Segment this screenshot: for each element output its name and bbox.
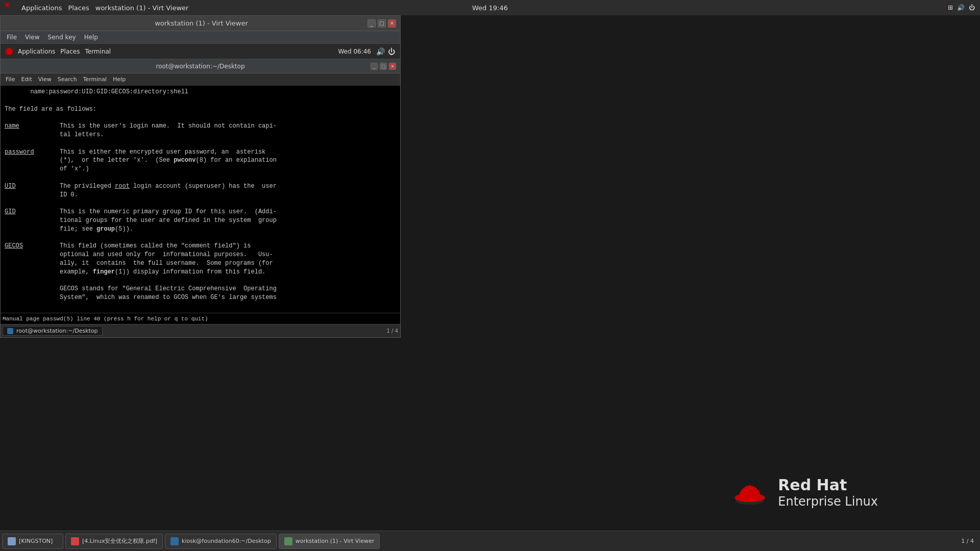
virt-maximize-button[interactable]: □	[378, 19, 386, 28]
kingston-icon	[8, 537, 16, 545]
virt-minimize-button[interactable]: _	[368, 19, 376, 28]
redhat-dot-icon	[6, 48, 13, 55]
virt-menu-file[interactable]: File	[3, 33, 21, 42]
term-menu-view[interactable]: View	[35, 75, 55, 84]
term-close-button[interactable]: ✕	[389, 63, 396, 70]
manual-page-status: Manual page passwd(5) line 40 (press h f…	[3, 316, 208, 322]
taskbar-item-kiosk[interactable]: kiosk@foundation60:~/Desktop	[165, 534, 277, 549]
system-window-title: workstation (1) - Virt Viewer	[95, 4, 189, 12]
terminal-tabbar: root@workstation:~/Desktop 1 / 4	[1, 324, 400, 337]
pdf-icon	[71, 537, 79, 545]
term-maximize-button[interactable]: □	[380, 63, 387, 70]
svg-point-0	[6, 3, 9, 6]
inner-gnome-topbar: Applications Places Terminal Wed 06:46 🔊…	[1, 44, 400, 59]
virt-task-icon	[284, 537, 292, 545]
redhat-logo: Red Hat Enterprise Linux	[732, 474, 878, 510]
inner-places-label[interactable]: Places	[60, 48, 80, 55]
kingston-label: [KINGSTON]	[19, 538, 53, 544]
virt-viewer-window: workstation (1) - Virt Viewer _ □ ✕ File…	[0, 15, 401, 338]
virt-menu-help[interactable]: Help	[80, 33, 102, 42]
taskbar-item-pdf[interactable]: [4.Linux安全优化之权限.pdf]	[65, 534, 163, 549]
system-clock: Wed 19:46	[472, 4, 508, 12]
tab-terminal-icon	[7, 328, 13, 334]
term-menu-edit[interactable]: Edit	[18, 75, 35, 84]
inner-terminal-label[interactable]: Terminal	[85, 48, 111, 55]
kiosk-terminal-icon	[170, 537, 179, 545]
inner-sound-icon[interactable]: 🔊	[376, 47, 385, 56]
system-places-label[interactable]: Places	[68, 4, 89, 12]
tray-power[interactable]: ⏻	[969, 4, 975, 11]
taskbar: [KINGSTON] [4.Linux安全优化之权限.pdf] kiosk@fo…	[0, 531, 980, 551]
term-menu-search[interactable]: Search	[55, 75, 80, 84]
redhat-line2: Enterprise Linux	[778, 494, 878, 509]
taskbar-right-info: 1 / 4	[961, 538, 974, 544]
tray-network[interactable]: ⊞	[948, 4, 953, 11]
kiosk-label: kiosk@foundation60:~/Desktop	[182, 538, 271, 544]
inner-clock: Wed 06:46	[338, 48, 371, 55]
virt-viewer-menubar: File View Send key Help	[1, 31, 400, 44]
virt-viewer-title: workstation (1) - Virt Viewer	[35, 19, 368, 27]
redhat-logo-text: Red Hat Enterprise Linux	[778, 476, 878, 509]
terminal-menubar: File Edit View Search Terminal Help	[1, 73, 400, 86]
redhat-line1: Red Hat	[778, 476, 878, 494]
tray-sound[interactable]: 🔊	[957, 4, 965, 11]
term-minimize-button[interactable]: _	[371, 63, 378, 70]
terminal-title: root@workstation:~/Desktop	[30, 63, 371, 70]
term-menu-terminal[interactable]: Terminal	[80, 75, 110, 84]
virt-menu-sendkey[interactable]: Send key	[44, 33, 80, 42]
virt-task-label: workstation (1) - Virt Viewer	[296, 538, 375, 544]
term-menu-help[interactable]: Help	[110, 75, 129, 84]
taskbar-item-virt[interactable]: workstation (1) - Virt Viewer	[279, 534, 380, 549]
term-menu-file[interactable]: File	[3, 75, 18, 84]
terminal-content[interactable]: name:password:UID:GID:GECOS:directory:sh…	[1, 86, 400, 313]
virt-close-button[interactable]: ✕	[388, 19, 396, 28]
terminal-statusbar: Manual page passwd(5) line 40 (press h f…	[1, 313, 400, 324]
applications-icon	[5, 3, 15, 13]
redhat-hat-icon	[732, 474, 768, 510]
terminal-titlebar: root@workstation:~/Desktop _ □ ✕	[1, 59, 400, 73]
inner-applications-label[interactable]: Applications	[18, 48, 55, 55]
system-topbar: Applications Places workstation (1) - Vi…	[0, 0, 980, 15]
taskbar-item-kingston[interactable]: [KINGSTON]	[2, 534, 63, 549]
pdf-label: [4.Linux安全优化之权限.pdf]	[82, 537, 157, 545]
virt-menu-view[interactable]: View	[21, 33, 43, 42]
tab-label: root@workstation:~/Desktop	[16, 328, 98, 334]
terminal-window: root@workstation:~/Desktop _ □ ✕ File Ed…	[1, 59, 400, 337]
system-applications-label[interactable]: Applications	[21, 4, 62, 12]
virt-viewer-titlebar: workstation (1) - Virt Viewer _ □ ✕	[1, 16, 400, 31]
tab-count: 1 / 4	[387, 328, 398, 334]
terminal-tab-active[interactable]: root@workstation:~/Desktop	[3, 326, 103, 336]
inner-power-icon[interactable]: ⏻	[388, 47, 395, 56]
